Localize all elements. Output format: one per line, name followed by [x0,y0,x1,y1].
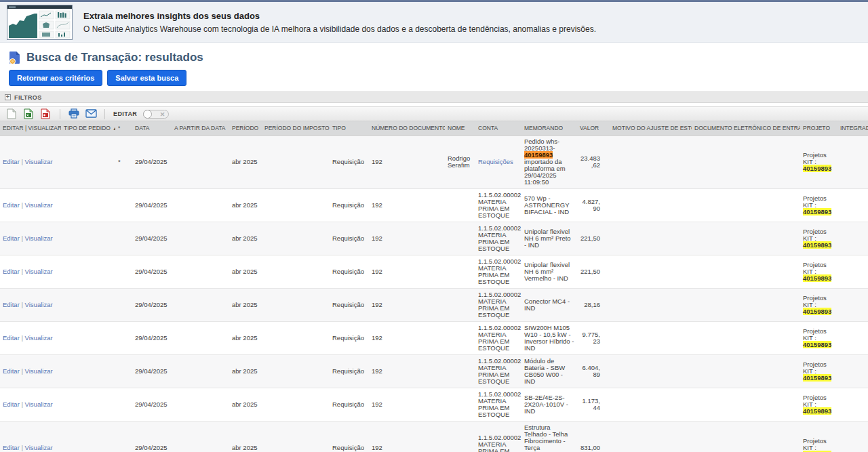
cell-a_partir_da_data [172,189,229,222]
view-link[interactable]: Visualizar [25,234,53,242]
text-part: Unipolar flexivel NH 6 mm² Vermelho - IN… [524,261,570,282]
cell-nome [445,322,475,355]
csv-file-icon[interactable] [7,108,18,119]
column-header[interactable]: CONTA [475,121,521,136]
cell-valor: 1.173,44 [577,388,610,422]
cell-edit: Editar | Visualizar [0,255,61,289]
column-header[interactable]: VALOR [577,121,610,136]
view-link[interactable]: Visualizar [25,444,53,451]
filters-bar[interactable]: + FILTROS [0,91,868,103]
cell-valor: 221,50 [577,222,610,255]
cell-integrado [837,388,868,422]
cell-periodo: abr 2025 [229,255,262,289]
column-header[interactable]: PROJETO [800,121,837,136]
text-part: 570 Wp - ASTRONERGY BIFACIAL - IND [524,194,569,215]
cell-motivo_do_ajuste [610,136,692,189]
cell-star [115,422,132,452]
edit-link[interactable]: Editar [3,301,20,308]
results-body: Editar | Visualizar*29/04/2025abr 2025Re… [0,136,868,452]
search-highlight-yellow: 40159893 [803,374,831,382]
cell-memorando: Módulo de Bateria - SBW CB050 W00 - IND [521,355,577,388]
view-link[interactable]: Visualizar [25,268,53,275]
cell-tipo_de_pedido [61,222,115,255]
cell-data: 29/04/2025 [132,222,172,255]
view-link[interactable]: Visualizar [25,201,53,209]
cell-integrado [837,222,868,255]
column-header[interactable]: PERÍODO [229,121,262,136]
cell-nome [445,388,475,422]
expand-plus-icon[interactable]: + [5,94,11,100]
return-to-criteria-button[interactable]: Retornar aos critérios [9,70,102,86]
cell-memorando: Conector MC4 - IND [521,289,577,322]
search-highlight-yellow: 40159893 [803,308,831,315]
view-link[interactable]: Visualizar [25,301,53,308]
cell-integrado [837,289,868,322]
text-part: Projetos KIT : [803,261,827,275]
text-part: Projetos KIT : [803,394,827,408]
table-row: Editar | Visualizar29/04/2025abr 2025Req… [0,189,868,222]
edit-link[interactable]: Editar [3,334,20,342]
column-header[interactable]: NÚMERO DO DOCUMENTO [369,121,445,136]
link-separator: | [20,367,25,375]
cell-motivo_do_ajuste [610,189,692,222]
link-separator: | [20,268,25,275]
print-icon[interactable] [68,108,79,119]
text-part: Projetos KIT : [803,327,827,342]
cell-periodo: abr 2025 [229,189,262,222]
column-header[interactable]: TIPO DE PEDIDO▲ [61,121,115,136]
cell-memorando: SIW200H M105 W10 - 10,5 kW - Inversor Hí… [521,322,577,355]
column-header[interactable]: INTEGRADO [837,121,868,136]
cell-motivo_do_ajuste [610,289,692,322]
cell-tipo: Requisição [330,322,369,355]
excel-file-icon[interactable] [24,108,35,119]
account-code: 1.1.5.02.00002 [478,291,521,298]
view-link[interactable]: Visualizar [25,334,53,342]
cell-valor: 831,00 [577,422,610,452]
text-part: Projetos KIT : [803,294,827,308]
column-header[interactable]: NOME [445,121,475,136]
account-code: 1.1.5.02.00002 [478,390,521,398]
account-code: 1.1.5.02.00002 [478,191,521,199]
account-code: 1.1.5.02.00002 [478,324,521,331]
pdf-file-icon[interactable] [41,108,52,119]
text-part: Projetos KIT : [803,361,827,375]
cell-nome [445,255,475,289]
edit-link[interactable]: Editar [3,201,20,209]
cell-a_partir_da_data [172,136,229,189]
cell-memorando: SB-2E/4E-2S-2X20A-1010V - IND [521,388,577,422]
account-link[interactable]: Requisições [478,158,513,165]
page-title: Busca de Transação: resultados [26,51,203,64]
email-icon[interactable] [85,108,96,119]
view-link[interactable]: Visualizar [25,158,53,165]
save-search-button[interactable]: Salvar esta busca [107,70,186,86]
cell-projeto: Projetos KIT : 40159893 [800,289,837,322]
edit-link[interactable]: Editar [3,268,20,275]
cell-tipo_de_pedido [61,255,115,289]
column-header[interactable]: DATA [132,121,172,136]
cell-tipo_de_pedido [61,355,115,388]
cell-documento_eletronico [692,289,800,322]
cell-valor: 4.827,90 [577,189,610,222]
edit-link[interactable]: Editar [3,367,20,375]
column-header[interactable]: TIPO [330,121,369,136]
edit-toggle[interactable]: ✕ [143,110,169,119]
edit-link[interactable]: Editar [3,400,20,408]
cell-valor: 6.404,89 [577,355,610,388]
column-header[interactable]: A PARTIR DA DATA [172,121,229,136]
column-header[interactable]: EDITAR | VISUALIZAR [0,121,61,136]
column-header[interactable]: PERÍODO DO IMPOSTO [262,121,330,136]
cell-documento_eletronico [692,136,800,189]
link-separator: | [20,334,25,342]
edit-link[interactable]: Editar [3,444,20,451]
cell-motivo_do_ajuste [610,255,692,289]
edit-link[interactable]: Editar [3,158,20,165]
column-header[interactable]: MOTIVO DO AJUSTE DE ESTOQUE [610,121,692,136]
column-header[interactable]: MEMORANDO [521,121,577,136]
edit-link[interactable]: Editar [3,234,20,242]
column-header[interactable]: DOCUMENTO ELETRÔNICO DE ENTRADA [692,121,800,136]
view-link[interactable]: Visualizar [25,367,53,375]
cell-tipo_de_pedido [61,189,115,222]
view-link[interactable]: Visualizar [25,400,53,408]
cell-integrado [837,422,868,452]
column-header[interactable]: * [115,121,132,136]
